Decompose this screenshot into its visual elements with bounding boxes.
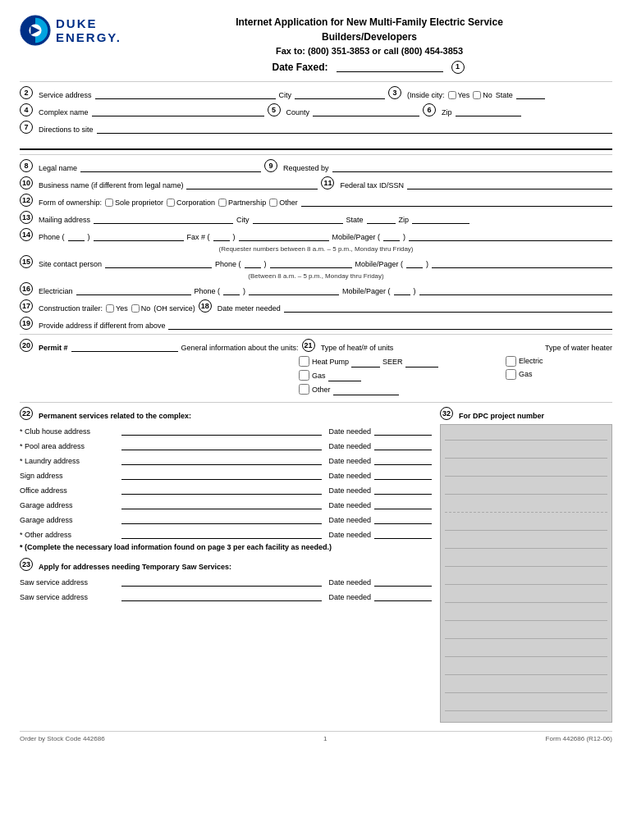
circle-18: 18 xyxy=(199,299,212,313)
other-ownership-input[interactable] xyxy=(301,195,612,207)
garage2-date-input[interactable] xyxy=(374,513,432,524)
county-input[interactable] xyxy=(313,105,419,116)
mailing-input[interactable] xyxy=(94,212,233,224)
phone-input[interactable] xyxy=(94,230,184,241)
circle-5: 5 xyxy=(268,103,281,116)
elec-mobile-area-input[interactable] xyxy=(394,284,410,295)
phone-label: Phone ( xyxy=(39,233,65,241)
saw2-input[interactable] xyxy=(121,590,322,601)
phone-area-input[interactable] xyxy=(68,230,85,241)
dpc-label: For DPC project number xyxy=(459,412,544,420)
no-trailer-checkbox[interactable] xyxy=(131,304,140,313)
fax-input[interactable] xyxy=(239,230,329,241)
club-house-input[interactable] xyxy=(121,424,322,436)
sign-date-input[interactable] xyxy=(374,468,432,480)
seer-input[interactable] xyxy=(405,356,438,368)
gas-water-checkbox[interactable] xyxy=(506,369,516,380)
partnership-checkbox[interactable] xyxy=(218,199,227,207)
temporary-label: Apply for addresses needing Temporary Sa… xyxy=(39,563,231,571)
heat-pump-input[interactable] xyxy=(351,356,380,368)
pool-date-input[interactable] xyxy=(374,439,432,450)
saw1-label: Saw service address xyxy=(20,578,118,587)
gas-checkbox[interactable] xyxy=(299,370,309,381)
no-checkbox-item: No xyxy=(473,91,492,99)
circle-3: 3 xyxy=(388,86,401,99)
sign-label: Sign address xyxy=(20,472,118,480)
yes-trailer-checkbox[interactable] xyxy=(106,304,114,313)
other-addr-input[interactable] xyxy=(121,527,322,539)
garage2-input[interactable] xyxy=(121,513,322,524)
general-info-label: General information about the units: xyxy=(181,344,299,352)
fax-area-input[interactable] xyxy=(213,230,230,241)
elec-phone-area-input[interactable] xyxy=(223,284,240,295)
requester-note: (Requester numbers between 8 a.m. – 5 p.… xyxy=(20,245,612,253)
elec-mobile-input[interactable] xyxy=(419,284,612,295)
site-phone-input[interactable] xyxy=(270,257,352,268)
office-date-input[interactable] xyxy=(374,483,432,495)
other-addr-date-input[interactable] xyxy=(374,527,432,539)
corp-checkbox[interactable] xyxy=(167,199,175,207)
electric-water-checkbox[interactable] xyxy=(506,356,516,367)
dpc-line-2 xyxy=(445,447,607,459)
city2-label: City xyxy=(236,216,250,224)
saw2-date-input[interactable] xyxy=(374,590,432,601)
no-checkbox[interactable] xyxy=(473,91,481,99)
business-name-input[interactable] xyxy=(186,178,318,189)
saw1-date-input[interactable] xyxy=(374,575,432,587)
mailing-state-input[interactable] xyxy=(367,212,396,224)
saw1-input[interactable] xyxy=(121,575,322,587)
service-address-input[interactable] xyxy=(95,88,276,99)
gas-item: Gas xyxy=(299,370,506,381)
city-input[interactable] xyxy=(295,88,385,99)
dpc-line-11 xyxy=(445,628,607,639)
other-ownership-checkbox[interactable] xyxy=(269,199,277,207)
date-faxed-field[interactable] xyxy=(337,62,443,72)
mailing-city-input[interactable] xyxy=(253,212,343,224)
site-mobile-area-input[interactable] xyxy=(406,257,423,268)
legal-name-input[interactable] xyxy=(80,161,261,172)
other2-input[interactable] xyxy=(333,384,399,395)
site-mobile-input[interactable] xyxy=(432,257,612,268)
permanent-col-left: 22 Permanent services related to the com… xyxy=(20,407,432,723)
federal-tax-label: Federal tax ID/SSN xyxy=(340,181,404,189)
mobile-label: Mobile/Pager ( xyxy=(332,233,381,241)
club-date-input[interactable] xyxy=(374,424,432,436)
complex-input[interactable] xyxy=(92,105,264,116)
sign-input[interactable] xyxy=(121,468,322,480)
circle-10: 10 xyxy=(20,176,33,189)
yes-checkbox[interactable] xyxy=(448,91,456,99)
provide-address-input[interactable] xyxy=(168,318,612,330)
other2-checkbox[interactable] xyxy=(299,384,309,395)
garage1-input[interactable] xyxy=(121,498,322,509)
gas-water-item: Gas xyxy=(506,369,612,380)
mobile-area-input[interactable] xyxy=(383,230,400,241)
dpc-line-4 xyxy=(445,483,607,495)
office-input[interactable] xyxy=(121,483,322,495)
laundry-input[interactable] xyxy=(121,454,322,465)
row-ownership: 12 Form of ownership: Sole proprietor Co… xyxy=(20,194,612,207)
federal-tax-input[interactable] xyxy=(407,178,612,189)
elec-phone-input[interactable] xyxy=(249,284,339,295)
sole-prop-checkbox[interactable] xyxy=(105,199,113,207)
garage1-date-input[interactable] xyxy=(374,498,432,509)
date-meter-input[interactable] xyxy=(284,301,612,313)
gas-input[interactable] xyxy=(328,370,361,381)
directions-input2[interactable] xyxy=(20,138,612,149)
permit-input[interactable] xyxy=(71,340,178,352)
state-input[interactable] xyxy=(516,88,545,99)
dpc-line-6 xyxy=(445,537,607,549)
mailing-zip-input[interactable] xyxy=(412,212,469,224)
zip-input[interactable] xyxy=(456,105,521,116)
electrician-input[interactable] xyxy=(76,284,191,295)
state-label: State xyxy=(496,91,513,99)
mobile-input[interactable] xyxy=(409,230,612,241)
site-phone-area-input[interactable] xyxy=(245,257,261,268)
laundry-date-input[interactable] xyxy=(374,454,432,465)
directions-input[interactable] xyxy=(97,122,612,134)
requested-by-input[interactable] xyxy=(332,161,612,172)
club-house-label: * Club house address xyxy=(20,427,118,436)
circle-15: 15 xyxy=(20,255,33,268)
site-contact-input[interactable] xyxy=(105,257,212,268)
pool-input[interactable] xyxy=(121,439,322,450)
heat-pump-checkbox[interactable] xyxy=(299,356,309,367)
